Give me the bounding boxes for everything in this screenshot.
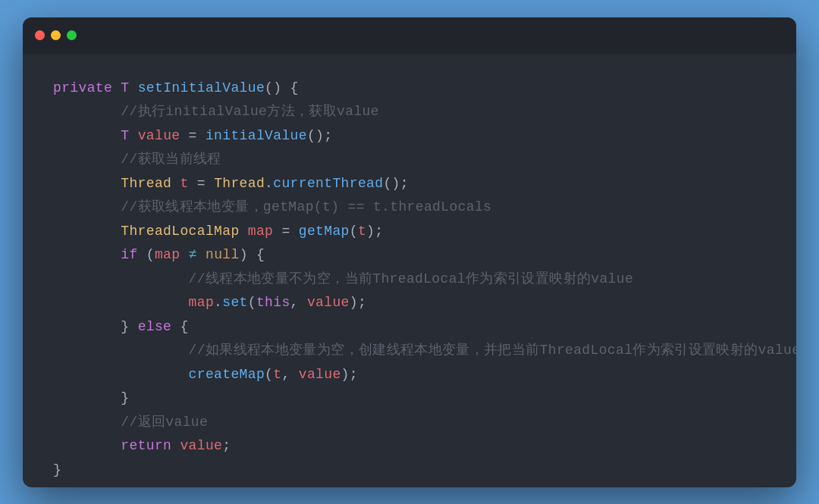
code-line-1: private T setInitialValue () {: [53, 77, 766, 101]
keyword-private: private: [53, 77, 112, 101]
code-line-17: }: [53, 459, 766, 483]
code-line-5: Thread t = Thread . currentThread ();: [53, 172, 766, 196]
type-T-2: T: [121, 124, 129, 149]
var-t-3: t: [273, 363, 281, 387]
keyword-this: this: [256, 291, 290, 315]
code-line-11: } else {: [53, 315, 766, 340]
titlebar: [23, 17, 796, 54]
close-button[interactable]: [35, 30, 45, 40]
type-ThreadLocalMap: ThreadLocalMap: [121, 220, 239, 244]
minimize-button[interactable]: [51, 30, 61, 40]
code-line-9: //线程本地变量不为空，当前ThreadLocal作为索引设置映射的value: [53, 268, 766, 292]
code-window: private T setInitialValue () { //执行initi…: [23, 17, 796, 487]
var-map-2: map: [155, 243, 180, 268]
var-map-3: map: [189, 291, 215, 315]
var-map: map: [248, 220, 274, 244]
var-value-2: value: [307, 291, 350, 315]
code-line-8: if ( map ≠ null ) {: [53, 243, 766, 268]
type-Thread-2: Thread: [214, 172, 265, 196]
method-name: setInitialValue: [138, 77, 265, 101]
code-line-14: }: [53, 387, 766, 411]
method-currentThread: currentThread: [273, 172, 383, 196]
var-t: t: [180, 172, 188, 196]
var-value: value: [138, 124, 180, 149]
type-Thread: Thread: [121, 172, 171, 196]
op-neq: ≠: [189, 243, 197, 268]
code-line-2: //执行initialValue方法，获取value: [53, 100, 766, 124]
var-t-2: t: [358, 220, 366, 244]
method-initialValue: initialValue: [206, 124, 307, 149]
code-line-13: createMap ( t , value );: [53, 363, 766, 387]
method-getMap: getMap: [299, 220, 350, 244]
code-line-16: return value ;: [53, 434, 766, 459]
code-line-3: T value = initialValue ();: [53, 124, 766, 149]
code-line-12: //如果线程本地变量为空，创建线程本地变量，并把当前ThreadLocal作为索…: [53, 339, 766, 363]
comment-6: //获取线程本地变量，getMap(t) == t.threadLocals: [121, 196, 491, 220]
type-T: T: [121, 77, 129, 101]
code-editor: private T setInitialValue () { //执行initi…: [23, 54, 796, 487]
comment-12: //如果线程本地变量为空，创建线程本地变量，并把当前ThreadLocal作为索…: [189, 339, 796, 363]
keyword-return: return: [121, 434, 171, 459]
keyword-else: else: [138, 315, 172, 340]
method-set: set: [222, 291, 248, 315]
maximize-button[interactable]: [67, 30, 77, 40]
comment-2: //执行initialValue方法，获取value: [121, 100, 379, 124]
comment-4: //获取当前线程: [121, 148, 221, 172]
code-line-15: //返回value: [53, 411, 766, 435]
code-line-4: //获取当前线程: [53, 148, 766, 172]
keyword-if: if: [121, 243, 137, 268]
var-value-4: value: [180, 434, 222, 459]
code-line-10: map . set ( this , value );: [53, 291, 766, 315]
code-line-6: //获取线程本地变量，getMap(t) == t.threadLocals: [53, 196, 766, 220]
method-createMap: createMap: [189, 363, 265, 387]
val-null: null: [206, 243, 240, 268]
var-value-3: value: [299, 363, 341, 387]
comment-9: //线程本地变量不为空，当前ThreadLocal作为索引设置映射的value: [189, 268, 633, 292]
comment-15: //返回value: [121, 411, 208, 435]
code-line-7: ThreadLocalMap map = getMap ( t );: [53, 220, 766, 244]
